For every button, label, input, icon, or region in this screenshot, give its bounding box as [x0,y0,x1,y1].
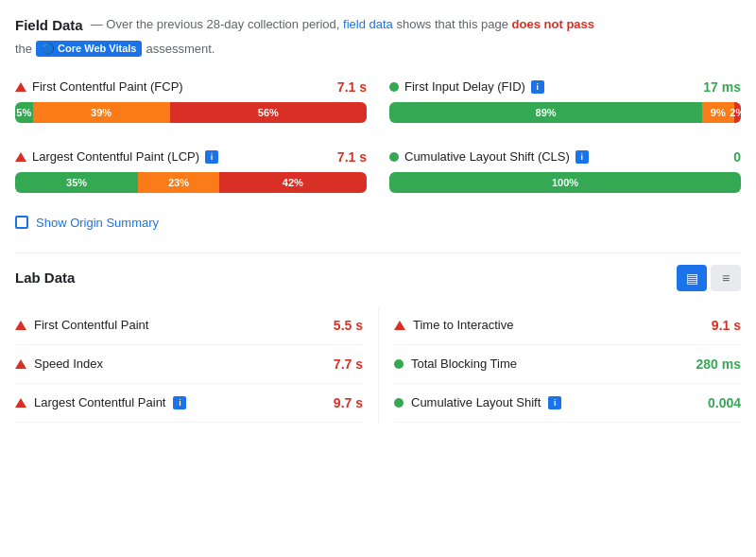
lab-data-title: Lab Data [15,270,75,286]
metric-cls-bar: 100% [389,172,741,193]
view-toggle: ▤ ≡ [677,265,741,291]
lab-metric-tbt-name: Total Blocking Time [411,357,517,371]
lab-metric-cls-left: Cumulative Layout Shift i [394,395,561,409]
field-data-description: — Over the previous 28-day collection pe… [91,15,594,34]
lab-metric-lcp: Largest Contentful Paint i 9.7 s [15,384,363,423]
lab-metric-tbt: Total Blocking Time 280 ms [394,345,741,384]
lab-metric-lcp-left: Largest Contentful Paint i [15,395,186,409]
dot-icon [389,152,399,162]
lab-metric-tbt-value: 280 ms [696,357,741,372]
field-data-section: Field Data — Over the previous 28-day co… [15,15,741,230]
bar-segment-red: 42% [219,172,367,193]
metric-cls-left: Cumulative Layout Shift (CLS) i [389,149,589,164]
dot-icon [394,359,404,369]
triangle-icon [15,359,26,369]
lab-metric-tti-left: Time to Interactive [394,318,513,332]
info-icon-lcp[interactable]: i [205,150,218,164]
info-icon-lab-cls[interactable]: i [548,396,561,409]
metric-fid: First Input Delay (FID) i 17 ms 89% 9% 2… [389,72,741,131]
lab-metric-cls: Cumulative Layout Shift i 0.004 [394,384,741,423]
info-icon-cls[interactable]: i [576,150,589,164]
lab-metric-lcp-name: Largest Contentful Paint [34,395,165,409]
dot-icon [389,82,399,92]
triangle-icon [394,321,405,330]
field-data-link[interactable]: field data [343,17,393,31]
metric-fid-value: 17 ms [703,79,741,95]
triangle-icon [15,321,26,330]
lab-metric-fcp-left: First Contentful Paint [15,318,148,332]
origin-summary-checkbox[interactable] [15,216,28,229]
toggle-list-button[interactable]: ≡ [711,265,741,291]
does-not-pass-text: does not pass [512,17,594,31]
bar-segment-orange: 39% [33,102,170,123]
bar-segment-green: 5% [15,102,33,123]
dot-icon [394,398,404,408]
toggle-chart-button[interactable]: ▤ [677,265,707,291]
lab-metric-si: Speed Index 7.7 s [15,345,363,384]
metric-fcp-left: First Contentful Paint (FCP) [15,79,183,94]
lab-metric-cls-value: 0.004 [708,395,741,410]
metric-lcp-name: Largest Contentful Paint (LCP) [32,149,199,164]
bar-segment-green: 35% [15,172,138,193]
field-metrics-grid: First Contentful Paint (FCP) 7.1 s 5% 39… [15,72,741,200]
lab-metric-tti-value: 9.1 s [712,318,741,333]
bar-segment-red: 2% [734,102,741,123]
triangle-icon [15,82,26,92]
lab-metric-tbt-left: Total Blocking Time [394,357,517,371]
lab-data-section: Lab Data ▤ ≡ First Contentful Paint 5.5 … [15,265,741,423]
field-data-line2: the 🔵 Core Web Vitals assessment. [15,41,741,57]
metric-fid-header: First Input Delay (FID) i 17 ms [389,79,741,95]
metric-lcp: Largest Contentful Paint (LCP) i 7.1 s 3… [15,142,367,200]
bar-segment-orange: 23% [138,172,219,193]
metric-cls-name: Cumulative Layout Shift (CLS) [404,149,570,164]
lab-metric-si-value: 7.7 s [334,357,363,372]
info-icon-lab-lcp[interactable]: i [173,396,186,409]
metric-fcp-name: First Contentful Paint (FCP) [32,79,183,94]
metric-cls-header: Cumulative Layout Shift (CLS) i 0 [389,149,741,165]
lab-metric-cls-name: Cumulative Layout Shift [411,395,541,409]
metric-lcp-header: Largest Contentful Paint (LCP) i 7.1 s [15,149,367,165]
metric-fcp-value: 7.1 s [337,79,367,95]
info-icon-fid[interactable]: i [531,80,544,94]
lab-metrics-grid: First Contentful Paint 5.5 s Speed Index… [15,306,741,423]
origin-summary-label[interactable]: Show Origin Summary [36,216,159,230]
metric-fid-name: First Input Delay (FID) [404,79,525,94]
field-data-title: Field Data [15,15,83,37]
field-data-header: Field Data — Over the previous 28-day co… [15,15,741,37]
metric-cls-value: 0 [733,149,741,165]
lab-metric-fcp: First Contentful Paint 5.5 s [15,306,363,345]
metric-cls: Cumulative Layout Shift (CLS) i 0 100% [389,142,741,200]
origin-summary-row: Show Origin Summary [15,216,741,230]
metric-lcp-left: Largest Contentful Paint (LCP) i [15,149,218,164]
lab-metrics-right: Time to Interactive 9.1 s Total Blocking… [378,306,741,423]
triangle-icon [15,152,26,162]
triangle-icon [15,398,26,408]
bar-segment-green: 89% [389,102,702,123]
metric-lcp-bar: 35% 23% 42% [15,172,367,193]
metric-lcp-value: 7.1 s [337,149,367,165]
lab-metric-fcp-value: 5.5 s [334,318,363,333]
lab-metric-tti-name: Time to Interactive [413,318,513,332]
bar-segment-red: 56% [170,102,367,123]
metric-fcp-bar: 5% 39% 56% [15,102,367,123]
section-divider [15,252,741,253]
metric-fcp: First Contentful Paint (FCP) 7.1 s 5% 39… [15,72,367,131]
bar-segment-green: 100% [389,172,741,193]
cwv-badge: 🔵 Core Web Vitals [36,41,142,57]
metric-fid-bar: 89% 9% 2% [389,102,741,123]
metric-fid-left: First Input Delay (FID) i [389,79,544,94]
lab-metric-lcp-value: 9.7 s [334,395,363,410]
lab-metric-fcp-name: First Contentful Paint [34,318,148,332]
lab-metrics-left: First Contentful Paint 5.5 s Speed Index… [15,306,378,423]
lab-metric-tti: Time to Interactive 9.1 s [394,306,741,345]
lab-data-header: Lab Data ▤ ≡ [15,265,741,291]
metric-fcp-header: First Contentful Paint (FCP) 7.1 s [15,79,367,95]
lab-metric-si-name: Speed Index [34,357,103,371]
lab-metric-si-left: Speed Index [15,357,103,371]
